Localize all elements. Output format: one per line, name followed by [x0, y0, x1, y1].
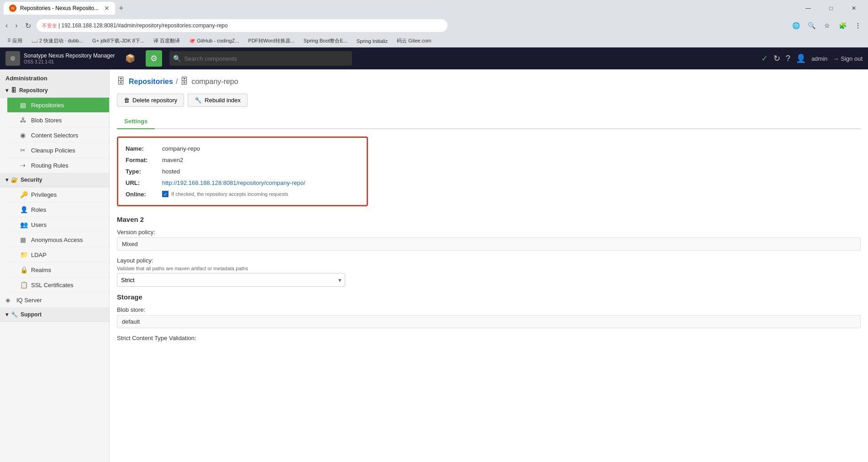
blob-stores-icon: 🖧 — [20, 116, 27, 124]
breadcrumb-root[interactable]: Repositories — [129, 78, 173, 86]
bookmark-icon[interactable]: ☆ — [821, 19, 833, 32]
back-button[interactable]: ‹ — [4, 20, 10, 31]
sidebar-item-ssl-certificates[interactable]: 📋 SSL Certificates — [7, 278, 109, 293]
type-value: hosted — [162, 168, 180, 175]
format-value: maven2 — [162, 157, 183, 163]
sidebar: Administration ▾ 🗄 Repository ▤ Reposito… — [0, 69, 110, 462]
bookmark-8[interactable]: 码云 Gitee.com — [393, 37, 435, 45]
format-label: Format: — [126, 157, 162, 163]
sidebar-item-blob-stores[interactable]: 🖧 Blob Stores — [7, 113, 109, 128]
menu-icon[interactable]: ⋮ — [852, 19, 864, 32]
bookmark-1[interactable]: 📖 2 快速启动 · dubb... — [28, 37, 87, 45]
rebuild-index-button[interactable]: 🔧 Rebuild index — [188, 94, 247, 107]
bookmark-apps[interactable]: ⠿ 应用 — [4, 37, 26, 45]
sidebar-item-routing-rules[interactable]: ⇢ Routing Rules — [7, 158, 109, 173]
tab-title: Repositories - Nexus Reposito... — [20, 5, 99, 11]
admin-icon[interactable]: ⚙ — [146, 50, 162, 67]
layout-policy-select[interactable]: Strict Permissive — [117, 273, 345, 287]
strict-content-group: Strict Content Type Validation: — [117, 335, 861, 341]
repositories-page-icon: 🗄 — [117, 77, 125, 86]
bookmark-2[interactable]: G+ jdk8下载-JDK 8下... — [89, 37, 148, 45]
sidebar-label-blob-stores: Blob Stores — [31, 117, 62, 124]
extensions-icon[interactable]: 🧩 — [836, 19, 849, 32]
url-row: URL: http://192.168.188.128:8081/reposit… — [126, 179, 359, 186]
wrench-icon: 🔧 — [195, 97, 202, 104]
sidebar-item-repositories[interactable]: ▤ Repositories — [7, 98, 109, 113]
sidebar-item-ldap[interactable]: 📁 LDAP — [7, 247, 109, 262]
sidebar-label-realms: Realms — [31, 267, 51, 273]
breadcrumb-separator: / — [176, 78, 178, 86]
sidebar-item-iq-server[interactable]: ◈ IQ Server — [0, 293, 109, 308]
chevron-right-icon-support: ▾ — [5, 311, 8, 318]
version-policy-label: Version policy: — [117, 229, 861, 236]
search-input[interactable] — [169, 51, 352, 66]
search-icon[interactable]: 🔍 — [805, 19, 818, 32]
support-icon: 🔧 — [11, 311, 18, 318]
type-row: Type: hosted — [126, 168, 359, 175]
sidebar-item-roles[interactable]: 👤 Roles — [7, 202, 109, 217]
browse-icon[interactable]: 📦 — [122, 50, 138, 67]
repositories-icon: ▤ — [20, 101, 27, 109]
sidebar-label-users: Users — [31, 221, 47, 228]
bookmark-6[interactable]: Spring Boot整合E... — [300, 37, 351, 45]
layout-policy-group: Layout policy: Validate that all paths a… — [117, 257, 861, 287]
sidebar-item-cleanup-policies[interactable]: ✂ Cleanup Policies — [7, 143, 109, 158]
refresh-icon[interactable]: ↻ — [773, 53, 780, 63]
breadcrumb: Repositories / 🗄 company-repo — [129, 77, 238, 86]
sidebar-item-users[interactable]: 👥 Users — [7, 217, 109, 232]
user-icon[interactable]: 👤 — [796, 53, 806, 63]
online-checkbox[interactable]: ✓ — [162, 191, 168, 197]
sidebar-item-privileges[interactable]: 🔑 Privileges — [7, 187, 109, 202]
sidebar-item-content-selectors[interactable]: ◉ Content Selectors — [7, 128, 109, 143]
nav-icons: 📦 ⚙ — [122, 50, 162, 67]
close-button[interactable]: ✕ — [843, 2, 864, 15]
translate-icon[interactable]: 🌐 — [789, 19, 802, 32]
online-value: ✓ If checked, the repository accepts inc… — [162, 191, 288, 197]
browser-tab[interactable]: N Repositories - Nexus Reposito... ✕ — [4, 2, 115, 15]
new-tab-button[interactable]: + — [115, 4, 127, 13]
online-note: If checked, the repository accepts incom… — [171, 191, 288, 197]
breadcrumb-current: company-repo — [191, 78, 238, 86]
delete-repository-button[interactable]: 🗑 Delete repository — [117, 94, 184, 107]
sidebar-section-support[interactable]: ▾ 🔧 Support — [0, 308, 109, 322]
forward-button[interactable]: › — [13, 20, 19, 31]
brand: Sonatype Nexus Repository Manager OSS 3.… — [5, 51, 115, 66]
admin-section-label: Administration — [0, 69, 109, 84]
bookmark-4[interactable]: 🐙 GitHub - codingZ... — [185, 37, 242, 45]
username[interactable]: admin — [811, 55, 827, 62]
sidebar-label-cleanup-policies: Cleanup Policies — [31, 147, 75, 154]
security-items: 🔑 Privileges 👤 Roles 👥 Users ▦ Anonymous… — [0, 187, 109, 293]
strict-content-label: Strict Content Type Validation: — [117, 335, 861, 341]
layout-policy-label: Layout policy: — [117, 257, 861, 264]
ssl-icon: 📋 — [20, 281, 27, 289]
bookmarks-bar: ⠿ 应用 📖 2 快速启动 · dubb... G+ jdk8下载-JDK 8下… — [0, 35, 868, 47]
minimize-button[interactable]: — — [798, 2, 819, 15]
sidebar-section-repository[interactable]: ▾ 🗄 Repository — [0, 84, 109, 98]
help-icon[interactable]: ? — [786, 54, 790, 63]
bookmark-5[interactable]: PDF转Word转换器... — [245, 37, 298, 45]
tab-close-button[interactable]: ✕ — [104, 5, 110, 12]
sign-out-button[interactable]: → Sign out — [833, 55, 863, 62]
sidebar-item-anonymous-access[interactable]: ▦ Anonymous Access — [7, 232, 109, 247]
sidebar-item-realms[interactable]: 🔒 Realms — [7, 262, 109, 278]
url-value[interactable]: http://192.168.188.128:8081/repository/c… — [162, 179, 305, 186]
address-bar[interactable]: 不安全 | 192.168.188.128:8081/#admin/reposi… — [37, 19, 447, 32]
bookmark-7[interactable]: Spring Initializ — [353, 37, 391, 45]
bookmark-3[interactable]: 译 百度翻译 — [150, 37, 184, 45]
nav-right: ✓ ↻ ? 👤 admin → Sign out — [761, 53, 863, 63]
sidebar-section-security[interactable]: ▾ 🔐 Security — [0, 173, 109, 187]
status-icon[interactable]: ✓ — [761, 53, 768, 63]
tab-settings[interactable]: Settings — [117, 114, 155, 129]
iq-server-icon: ◈ — [5, 296, 13, 304]
repository-items: ▤ Repositories 🖧 Blob Stores ◉ Content S… — [0, 98, 109, 173]
security-section-icon: 🔐 — [11, 177, 18, 183]
maximize-button[interactable]: □ — [821, 2, 842, 15]
brand-version: OSS 3.21.1-01 — [24, 59, 115, 64]
reload-button[interactable]: ↻ — [23, 20, 33, 32]
version-policy-value: Mixed — [117, 237, 861, 251]
blob-store-value: default — [117, 315, 861, 328]
page-header: 🗄 Repositories / 🗄 company-repo — [117, 77, 861, 86]
version-policy-group: Version policy: Mixed — [117, 229, 861, 251]
roles-icon: 👤 — [20, 206, 27, 213]
name-row: Name: company-repo — [126, 145, 359, 152]
